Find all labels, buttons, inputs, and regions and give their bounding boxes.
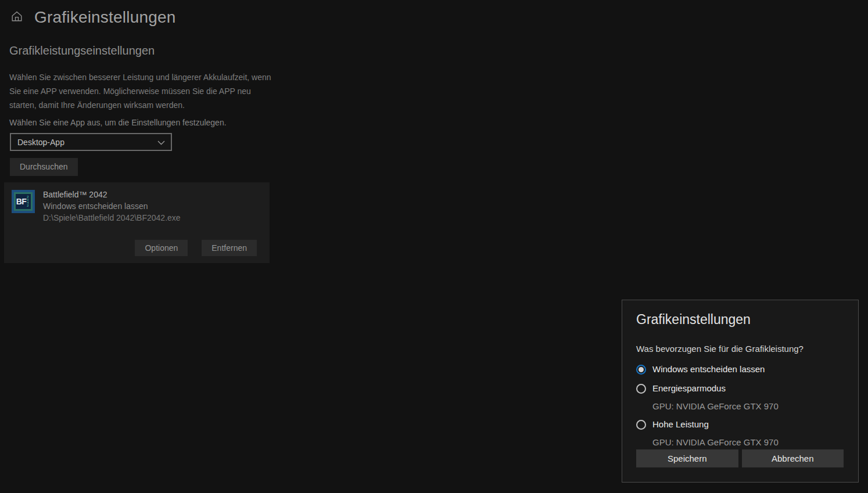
preference-options: Windows entscheiden lassen Energiesparmo… <box>636 364 844 447</box>
option-energiesparmodus[interactable]: Energiesparmodus <box>636 383 844 394</box>
radio-button-icon[interactable] <box>636 384 646 394</box>
graphics-preference-dialog: Grafikeinstellungen Was bevorzugen Sie f… <box>622 300 859 483</box>
option-label: Windows entscheiden lassen <box>652 364 765 375</box>
app-entry-card[interactable]: BF 2042 Battlefield™ 2042 Windows entsch… <box>4 182 270 263</box>
dialog-title: Grafikeinstellungen <box>636 312 844 328</box>
dialog-question: Was bevorzugen Sie für die Grafikleistun… <box>636 344 844 354</box>
battlefield-icon-vertical-text: 2042 <box>27 196 30 207</box>
home-icon <box>10 10 23 25</box>
option-hohe-leistung[interactable]: Hohe Leistung <box>636 419 844 430</box>
radio-button-icon[interactable] <box>636 365 646 375</box>
options-button[interactable]: Optionen <box>135 240 188 256</box>
app-path: D:\Spiele\Battlefield 2042\BF2042.exe <box>43 213 181 222</box>
dialog-button-row: Speichern Abbrechen <box>636 449 844 467</box>
remove-button[interactable]: Entfernen <box>202 240 257 256</box>
chevron-down-icon <box>157 138 165 147</box>
option-label: Energiesparmodus <box>652 383 726 394</box>
radio-button-icon[interactable] <box>636 420 646 430</box>
section-description: Wählen Sie zwischen besserer Leistung un… <box>9 70 278 112</box>
home-button[interactable] <box>9 10 24 25</box>
cancel-button[interactable]: Abbrechen <box>742 449 844 467</box>
app-select-label: Wählen Sie eine App aus, um die Einstell… <box>9 118 227 127</box>
app-type-dropdown[interactable]: Desktop-App <box>10 133 172 151</box>
section-heading: Grafikleistungseinstellungen <box>9 44 155 57</box>
app-entry-buttons: Optionen Entfernen <box>135 240 257 256</box>
battlefield-icon-text: BF <box>16 197 27 206</box>
browse-button[interactable]: Durchsuchen <box>10 158 78 176</box>
page-title: Grafikeinstellungen <box>34 8 176 27</box>
option-windows-entscheiden[interactable]: Windows entscheiden lassen <box>636 364 844 375</box>
option-label: Hohe Leistung <box>652 419 709 430</box>
battlefield-app-icon: BF 2042 <box>12 190 35 213</box>
save-button[interactable]: Speichern <box>636 449 738 467</box>
app-type-dropdown-value: Desktop-App <box>17 138 64 147</box>
app-name: Battlefield™ 2042 <box>43 190 107 199</box>
app-preference: Windows entscheiden lassen <box>43 201 148 211</box>
option-gpu-info: GPU: NVIDIA GeForce GTX 970 <box>652 402 844 411</box>
option-gpu-info: GPU: NVIDIA GeForce GTX 970 <box>652 438 844 447</box>
settings-header: Grafikeinstellungen <box>9 8 176 27</box>
